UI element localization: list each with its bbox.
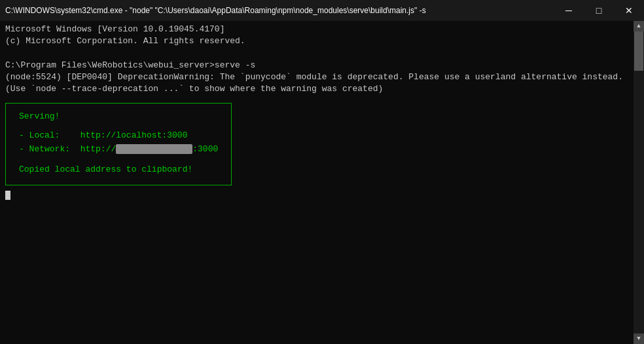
local-url: http://localhost:3000 xyxy=(80,130,188,140)
serving-title: Serving! xyxy=(19,111,218,121)
title-bar-controls: ─ □ ✕ xyxy=(554,0,644,21)
terminal-body: Microsoft Windows [Version 10.0.19045.41… xyxy=(0,21,644,344)
cursor xyxy=(5,191,10,200)
copied-line: Copied local address to clipboard! xyxy=(19,164,218,174)
scrollbar-thumb[interactable] xyxy=(634,31,643,71)
terminal-line-1: Microsoft Windows [Version 10.0.19045.41… xyxy=(5,24,639,35)
minimize-button[interactable]: ─ xyxy=(554,0,584,21)
scrollbar[interactable]: ▲ ▼ xyxy=(634,21,644,344)
network-label: - Network: xyxy=(19,144,70,154)
terminal-line-6: (Use `node --trace-deprecation ...` to s… xyxy=(5,83,639,95)
network-url-redacted xyxy=(116,144,192,154)
maximize-button[interactable]: □ xyxy=(584,0,614,21)
cursor-line xyxy=(5,191,639,201)
title-bar: C:\WINDOWS\system32\cmd.exe - "node" "C:… xyxy=(0,0,644,21)
serving-network-line: - Network: http:// :3000 xyxy=(19,143,218,157)
scrollbar-track[interactable] xyxy=(634,31,644,334)
network-url-suffix: :3000 xyxy=(192,144,218,154)
scroll-up-arrow[interactable]: ▲ xyxy=(634,21,644,31)
local-label: - Local: xyxy=(19,130,60,140)
close-button[interactable]: ✕ xyxy=(614,0,644,21)
cmd-window: C:\WINDOWS\system32\cmd.exe - "node" "C:… xyxy=(0,0,644,344)
serving-box: Serving! - Local: http://localhost:3000 … xyxy=(5,103,232,185)
terminal-line-5: (node:5524) [DEP0040] DeprecationWarning… xyxy=(5,71,639,83)
terminal-line-2: (c) Microsoft Corporation. All rights re… xyxy=(5,35,639,47)
serving-local-line: - Local: http://localhost:3000 xyxy=(19,129,218,143)
terminal-line-4: C:\Program Files\WeRobotics\webui_server… xyxy=(5,60,639,71)
terminal-line-3 xyxy=(5,47,639,59)
title-bar-text: C:\WINDOWS\system32\cmd.exe - "node" "C:… xyxy=(5,6,426,15)
scroll-down-arrow[interactable]: ▼ xyxy=(634,334,644,344)
network-url-prefix: http:// xyxy=(80,144,116,154)
